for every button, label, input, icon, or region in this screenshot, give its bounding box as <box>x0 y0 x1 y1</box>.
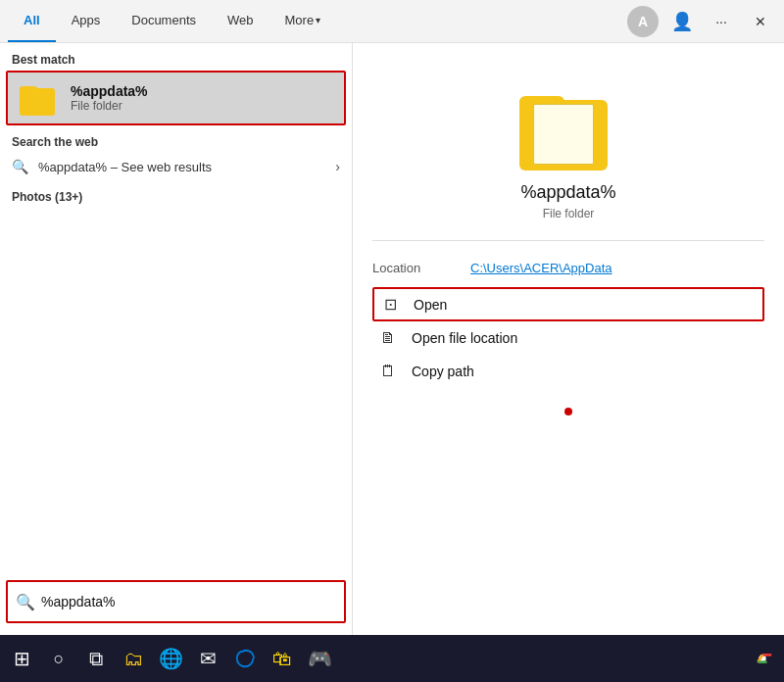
more-dropdown-arrow: ▾ <box>316 15 320 25</box>
task-view-button[interactable]: ⧉ <box>78 641 114 676</box>
tab-documents[interactable]: Documents <box>116 0 212 42</box>
search-input[interactable] <box>41 594 336 609</box>
start-button[interactable]: ⊞ <box>4 641 39 676</box>
action-copy-path[interactable]: 🗒 Copy path <box>372 355 764 388</box>
search-icon: 🔍 <box>12 159 28 174</box>
best-match-text: %appdata% File folder <box>71 83 148 113</box>
web-search-item[interactable]: 🔍 %appdata% – See web results › <box>0 153 352 180</box>
best-match-label: Best match <box>0 43 352 71</box>
taskbar: ⊞ ○ ⧉ 🗂 🌐 ✉ 🛍 🎮 <box>0 635 784 682</box>
open-file-location-icon: 🗎 <box>376 329 400 347</box>
edge-button[interactable] <box>227 641 263 676</box>
detail-row-location: Location C:\Users\ACER\AppData <box>372 257 764 279</box>
red-dot-indicator <box>564 408 572 415</box>
best-match-item[interactable]: %appdata% File folder <box>6 71 346 125</box>
copy-path-label: Copy path <box>412 364 474 379</box>
location-value[interactable]: C:\Users\ACER\AppData <box>470 261 612 275</box>
top-nav: All Apps Documents Web More ▾ A 👤 ··· ✕ <box>0 0 784 43</box>
tab-apps[interactable]: Apps <box>56 0 117 42</box>
tab-all[interactable]: All <box>8 0 56 42</box>
network-button[interactable]: 🌐 <box>153 641 188 676</box>
nav-right: A 👤 ··· ✕ <box>627 6 776 37</box>
left-bottom: 🔍 <box>0 208 352 635</box>
mail-button[interactable]: ✉ <box>190 641 225 676</box>
folder-icon <box>20 80 59 116</box>
chrome-button[interactable] <box>745 641 780 676</box>
game-button[interactable]: 🎮 <box>302 641 337 676</box>
search-bar-icon: 🔍 <box>16 593 35 611</box>
web-arrow-icon: › <box>335 159 340 174</box>
right-subtitle: File folder <box>543 207 595 220</box>
tab-more[interactable]: More ▾ <box>270 0 337 42</box>
open-file-location-label: Open file location <box>412 330 517 346</box>
web-search-label: Search the web <box>0 125 352 153</box>
location-label: Location <box>372 261 470 275</box>
user-avatar[interactable]: A <box>627 6 659 37</box>
open-label: Open <box>414 297 447 313</box>
copy-path-icon: 🗒 <box>376 363 400 380</box>
web-search-text: %appdata% – See web results <box>38 160 325 174</box>
more-options-btn[interactable]: ··· <box>706 6 737 37</box>
right-folder-icon <box>519 82 617 170</box>
search-button[interactable]: ○ <box>41 641 76 676</box>
store-button[interactable]: 🛍 <box>265 641 300 676</box>
best-match-subtitle: File folder <box>71 99 148 113</box>
nav-tabs: All Apps Documents Web More ▾ <box>8 0 627 42</box>
taskbar-right <box>745 641 780 676</box>
search-bar: 🔍 <box>6 580 346 623</box>
open-icon: ⊡ <box>378 295 402 314</box>
right-panel: %appdata% File folder Location C:\Users\… <box>353 43 784 635</box>
folder-page-overlay <box>533 104 594 165</box>
close-btn[interactable]: ✕ <box>745 6 776 37</box>
search-window: All Apps Documents Web More ▾ A 👤 ··· ✕ <box>0 0 784 682</box>
tab-web[interactable]: Web <box>212 0 270 42</box>
photos-label: Photos (13+) <box>0 180 352 208</box>
action-open[interactable]: ⊡ Open <box>372 287 764 321</box>
divider <box>372 240 764 241</box>
right-title: %appdata% <box>520 182 615 203</box>
profile-icon-btn[interactable]: 👤 <box>666 6 698 37</box>
file-explorer-button[interactable]: 🗂 <box>116 641 151 676</box>
main-body: Best match %appdata% File folder Search … <box>0 43 784 635</box>
action-open-file-location[interactable]: 🗎 Open file location <box>372 321 764 355</box>
best-match-title: %appdata% <box>71 83 148 99</box>
left-panel: Best match %appdata% File folder Search … <box>0 43 353 635</box>
